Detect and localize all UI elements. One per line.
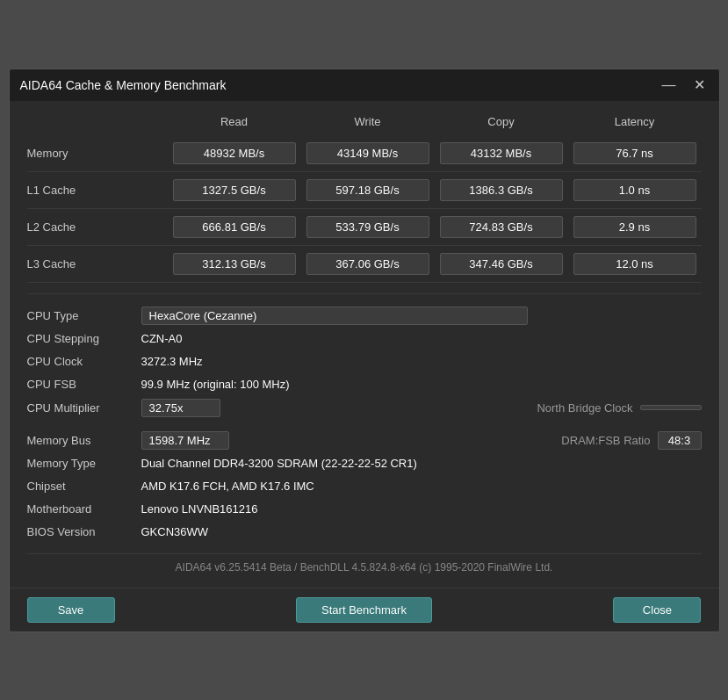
l2-read: 666.81 GB/s [173, 216, 296, 238]
memory-read: 48932 MB/s [173, 142, 296, 164]
info-row-cpu-clock: CPU Clock 3272.3 MHz [27, 351, 702, 372]
cpu-type-value: HexaCore (Cezanne) [141, 307, 528, 325]
memory-latency: 76.7 ns [573, 142, 696, 164]
info-row-motherboard: Motherboard Lenovo LNVNB161216 [27, 499, 702, 520]
info-row-cpu-multiplier: CPU Multiplier 32.75x North Bridge Clock [27, 397, 702, 419]
table-row: Memory 48932 MB/s 43149 MB/s 43132 MB/s … [27, 135, 702, 172]
row-label-memory: Memory [27, 147, 168, 160]
memory-bus-value: 1598.7 MHz [141, 431, 229, 450]
l1-read: 1327.5 GB/s [173, 179, 296, 201]
title-bar: AIDA64 Cache & Memory Benchmark — ✕ [10, 69, 719, 101]
dram-fsb-value: 48:3 [658, 431, 702, 450]
col-header-latency: Latency [568, 115, 702, 132]
memory-bus-label: Memory Bus [27, 434, 141, 447]
l2-copy: 724.83 GB/s [440, 216, 563, 238]
info-row-memory-bus: Memory Bus 1598.7 MHz DRAM:FSB Ratio 48:… [27, 429, 702, 451]
north-bridge-value [640, 405, 702, 410]
memory-write: 43149 MB/s [306, 142, 429, 164]
l2-latency: 2.9 ns [573, 216, 696, 238]
close-button[interactable]: ✕ [690, 76, 709, 94]
cpu-fsb-value: 99.9 MHz (original: 100 MHz) [141, 378, 290, 391]
cpu-stepping-label: CPU Stepping [27, 332, 141, 345]
cpu-multiplier-label: CPU Multiplier [27, 401, 141, 415]
minimize-button[interactable]: — [659, 76, 680, 94]
cpu-clock-value: 3272.3 MHz [141, 355, 203, 368]
l1-latency: 1.0 ns [573, 179, 696, 201]
col-header-copy: Copy [435, 115, 568, 132]
row-label-l2: L2 Cache [27, 220, 168, 234]
memory-type-label: Memory Type [27, 457, 141, 470]
info-section: CPU Type HexaCore (Cezanne) CPU Stepping… [27, 305, 702, 543]
chipset-value: AMD K17.6 FCH, AMD K17.6 IMC [141, 480, 314, 493]
l3-copy: 347.46 GB/s [440, 253, 563, 275]
button-bar: Save Start Benchmark Close [10, 588, 719, 631]
cpu-stepping-value: CZN-A0 [141, 332, 183, 345]
window-title: AIDA64 Cache & Memory Benchmark [20, 78, 227, 92]
info-row-bios: BIOS Version GKCN36WW [27, 522, 702, 543]
split-left-multiplier: CPU Multiplier 32.75x [27, 399, 364, 417]
l2-write: 533.79 GB/s [306, 216, 429, 238]
info-row-cpu-type: CPU Type HexaCore (Cezanne) [27, 305, 702, 327]
dram-fsb-label: DRAM:FSB Ratio [561, 434, 650, 447]
l1-copy: 1386.3 GB/s [440, 179, 563, 201]
footer-text: AIDA64 v6.25.5414 Beta / BenchDLL 4.5.82… [27, 553, 702, 574]
close-button-bar[interactable]: Close [613, 597, 701, 623]
main-content: Read Write Copy Latency Memory 48932 MB/… [10, 101, 719, 588]
bios-label: BIOS Version [27, 525, 141, 538]
col-header-write: Write [301, 115, 435, 132]
row-label-l1: L1 Cache [27, 184, 168, 197]
main-window: AIDA64 Cache & Memory Benchmark — ✕ Read… [9, 69, 720, 632]
cpu-multiplier-value: 32.75x [141, 399, 220, 417]
info-row-chipset: Chipset AMD K17.6 FCH, AMD K17.6 IMC [27, 476, 702, 497]
l3-read: 312.13 GB/s [173, 253, 296, 275]
chipset-label: Chipset [27, 480, 141, 493]
info-row-memory-type: Memory Type Dual Channel DDR4-3200 SDRAM… [27, 453, 702, 474]
cpu-clock-label: CPU Clock [27, 355, 141, 368]
divider-1 [27, 293, 702, 294]
memory-copy: 43132 MB/s [440, 142, 563, 164]
bench-header: Read Write Copy Latency [27, 115, 702, 132]
spacer [27, 421, 702, 428]
cpu-type-label: CPU Type [27, 309, 141, 322]
split-right-northbridge: North Bridge Clock [364, 401, 702, 415]
l1-write: 597.18 GB/s [306, 179, 429, 201]
table-row: L3 Cache 312.13 GB/s 367.06 GB/s 347.46 … [27, 246, 702, 283]
north-bridge-label: North Bridge Clock [537, 401, 632, 415]
motherboard-value: Lenovo LNVNB161216 [141, 502, 258, 516]
table-row: L1 Cache 1327.5 GB/s 597.18 GB/s 1386.3 … [27, 172, 702, 209]
split-right-dram-fsb: DRAM:FSB Ratio 48:3 [364, 431, 702, 450]
col-header-empty [27, 115, 168, 132]
table-row: L2 Cache 666.81 GB/s 533.79 GB/s 724.83 … [27, 209, 702, 246]
info-row-cpu-fsb: CPU FSB 99.9 MHz (original: 100 MHz) [27, 374, 702, 395]
start-benchmark-button[interactable]: Start Benchmark [296, 597, 432, 623]
motherboard-label: Motherboard [27, 502, 141, 516]
title-controls: — ✕ [659, 76, 709, 94]
bios-value: GKCN36WW [141, 525, 209, 538]
info-row-cpu-stepping: CPU Stepping CZN-A0 [27, 328, 702, 350]
col-header-read: Read [168, 115, 301, 132]
l3-latency: 12.0 ns [573, 253, 696, 275]
cpu-fsb-label: CPU FSB [27, 378, 141, 391]
split-left-membus: Memory Bus 1598.7 MHz [27, 431, 364, 450]
save-button[interactable]: Save [27, 597, 115, 623]
row-label-l3: L3 Cache [27, 257, 168, 271]
l3-write: 367.06 GB/s [306, 253, 429, 275]
memory-type-value: Dual Channel DDR4-3200 SDRAM (22-22-22-5… [141, 457, 417, 470]
